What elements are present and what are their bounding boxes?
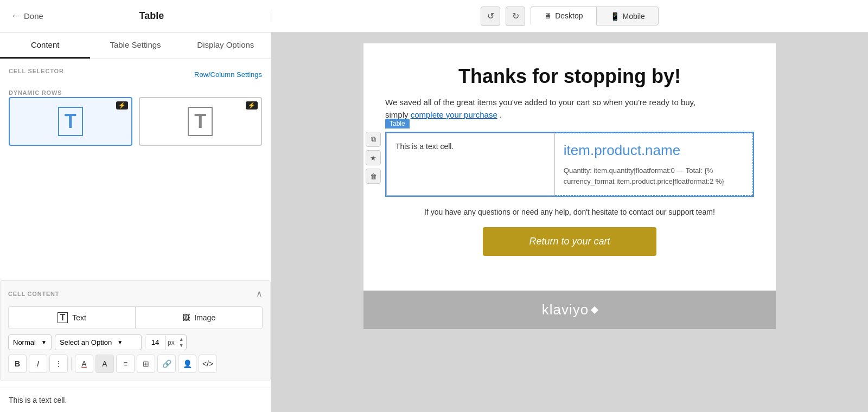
product-details: Quantity: item.quantity|floatformat:0 — … bbox=[564, 166, 724, 185]
right-canvas: Thanks for stopping by! We saved all of … bbox=[271, 33, 868, 412]
cell-left-text: This is a text cell. bbox=[395, 142, 454, 151]
image-type-label: Image bbox=[194, 313, 215, 322]
lightning-icon-2: ⚡ bbox=[246, 101, 258, 110]
row-option-1[interactable]: ⚡ T bbox=[9, 97, 132, 146]
more-button[interactable]: ⋮ bbox=[49, 355, 68, 373]
panel-tabs: Content Table Settings Display Options bbox=[0, 33, 271, 59]
desktop-icon: 🖥 bbox=[544, 11, 552, 20]
table-cell-right[interactable]: item.product.name Quantity: item.quantit… bbox=[555, 133, 753, 196]
complete-purchase-link[interactable]: complete your purchase bbox=[411, 110, 497, 119]
font-size-up-icon: ▲ bbox=[179, 337, 184, 343]
cell-content-header: CELL CONTENT ∧ bbox=[8, 288, 263, 299]
toolbar-divider-1 bbox=[71, 357, 72, 370]
star-tool-button[interactable]: ★ bbox=[366, 150, 381, 165]
font-select[interactable]: Select an Option ▼ bbox=[55, 334, 142, 350]
subtext-1: We saved all of the great items you've a… bbox=[385, 98, 695, 107]
panel-title: Table bbox=[43, 10, 260, 22]
row-column-settings-link[interactable]: Row/Column Settings bbox=[194, 70, 262, 79]
tab-display-options[interactable]: Display Options bbox=[181, 33, 271, 59]
subtext-2: simply bbox=[385, 110, 409, 119]
cell-content-section: CELL CONTENT ∧ T Text 🖼 Image Normal ▼ bbox=[0, 280, 271, 381]
personalize-button[interactable]: 👤 bbox=[178, 355, 196, 373]
italic-button[interactable]: I bbox=[29, 355, 47, 373]
collapse-button[interactable]: ∧ bbox=[256, 288, 263, 299]
dynamic-rows: ⚡ T ⚡ T bbox=[9, 97, 262, 146]
redo-button[interactable]: ↻ bbox=[506, 7, 525, 26]
table-side-tools: ⧉ ★ 🗑 bbox=[366, 132, 381, 186]
copy-tool-button[interactable]: ⧉ bbox=[366, 132, 381, 147]
email-content: Thanks for stopping by! We saved all of … bbox=[363, 43, 776, 291]
done-label: Done bbox=[24, 11, 43, 21]
style-value: Normal bbox=[13, 338, 36, 346]
product-name: item.product.name bbox=[564, 142, 744, 159]
undo-button[interactable]: ↺ bbox=[481, 7, 500, 26]
font-color-icon: A bbox=[81, 359, 86, 368]
return-to-cart-button[interactable]: Return to your cart bbox=[483, 227, 656, 256]
tab-table-settings[interactable]: Table Settings bbox=[90, 33, 180, 59]
text-type-icon: T bbox=[58, 312, 68, 323]
row-text-icon-1: T bbox=[58, 107, 83, 136]
left-panel: Content Table Settings Display Options C… bbox=[0, 33, 271, 412]
table-cell-left[interactable]: This is a text cell. bbox=[386, 133, 555, 196]
klaviyo-logo-text: klaviyo bbox=[542, 301, 589, 318]
text-type-label: Text bbox=[72, 313, 86, 322]
dynamic-rows-label: DYNAMIC ROWS bbox=[9, 89, 62, 96]
font-size-down-icon: ▼ bbox=[179, 343, 184, 349]
mobile-view-button[interactable]: 📱 Mobile bbox=[597, 7, 659, 25]
image-insert-button[interactable]: ⊞ bbox=[137, 355, 155, 373]
style-chevron-icon: ▼ bbox=[41, 339, 47, 345]
email-container: Thanks for stopping by! We saved all of … bbox=[363, 43, 776, 329]
main-layout: Content Table Settings Display Options C… bbox=[0, 33, 868, 412]
table-area: Table ⧉ ★ 🗑 This is a text cell. bbox=[385, 132, 754, 197]
email-heading: Thanks for stopping by! bbox=[385, 65, 754, 88]
mobile-icon: 📱 bbox=[610, 12, 620, 21]
klaviyo-diamond-icon bbox=[591, 306, 598, 313]
table-label: Table bbox=[385, 119, 410, 128]
font-size-stepper[interactable]: ▲ ▼ bbox=[177, 337, 186, 349]
text-toolbar: B I ⋮ A A ≡ ⊞ 🔗 👤 </> bbox=[8, 355, 263, 373]
klaviyo-logo: klaviyo bbox=[374, 301, 765, 318]
desktop-view-button[interactable]: 🖥 Desktop bbox=[531, 7, 596, 25]
row-text-icon-2: T bbox=[188, 107, 213, 136]
font-chevron-icon: ▼ bbox=[117, 339, 123, 345]
image-type-icon: 🖼 bbox=[182, 313, 190, 322]
bold-button[interactable]: B bbox=[8, 355, 27, 373]
font-value: Select an Option bbox=[60, 338, 112, 346]
code-button[interactable]: </> bbox=[199, 355, 217, 373]
cell-selector-header: CELL SELECTOR Row/Column Settings bbox=[9, 68, 262, 81]
link-button[interactable]: 🔗 bbox=[157, 355, 176, 373]
topbar: ← Done Table ↺ ↻ 🖥 Desktop 📱 Mobile bbox=[0, 0, 868, 33]
font-size-input: px ▲ ▼ bbox=[145, 334, 187, 350]
cell-content-label: CELL CONTENT bbox=[8, 291, 59, 297]
font-size-unit: px bbox=[165, 336, 177, 350]
back-arrow-icon: ← bbox=[11, 10, 21, 22]
panel-content: CELL SELECTOR Row/Column Settings DYNAMI… bbox=[0, 59, 271, 280]
bg-color-icon: A bbox=[102, 359, 107, 368]
editor-area[interactable]: This is a text cell. bbox=[0, 388, 271, 412]
lightning-icon-1: ⚡ bbox=[116, 101, 128, 110]
content-type-toggle: T Text 🖼 Image bbox=[8, 306, 263, 329]
bg-color-button[interactable]: A bbox=[95, 355, 114, 373]
formatting-row: Normal ▼ Select an Option ▼ px ▲ ▼ bbox=[8, 334, 263, 350]
topbar-right: ↺ ↻ 🖥 Desktop 📱 Mobile bbox=[271, 7, 868, 26]
table-grid: This is a text cell. item.product.name Q… bbox=[385, 132, 754, 197]
klaviyo-footer: klaviyo bbox=[363, 291, 776, 329]
tab-content[interactable]: Content bbox=[0, 33, 90, 59]
editor-text: This is a text cell. bbox=[9, 396, 67, 404]
font-color-button[interactable]: A bbox=[75, 355, 93, 373]
cell-selector-label: CELL SELECTOR bbox=[9, 68, 64, 74]
done-button[interactable]: ← Done bbox=[11, 10, 43, 22]
row-option-2[interactable]: ⚡ T bbox=[139, 97, 263, 146]
align-button[interactable]: ≡ bbox=[116, 355, 135, 373]
table-wrapper-inner: ⧉ ★ 🗑 This is a text cell. item.product.… bbox=[385, 132, 754, 197]
email-subtext: We saved all of the great items you've a… bbox=[385, 96, 754, 121]
image-type-button[interactable]: 🖼 Image bbox=[136, 306, 263, 329]
desktop-label: Desktop bbox=[555, 11, 583, 20]
style-select[interactable]: Normal ▼ bbox=[8, 334, 52, 350]
text-type-button[interactable]: T Text bbox=[8, 306, 136, 329]
topbar-left: ← Done Table bbox=[0, 10, 271, 22]
email-footer-text: If you have any questions or need any he… bbox=[385, 208, 754, 216]
delete-tool-button[interactable]: 🗑 bbox=[366, 169, 381, 184]
font-size-field[interactable] bbox=[145, 335, 165, 350]
mobile-label: Mobile bbox=[623, 12, 645, 21]
